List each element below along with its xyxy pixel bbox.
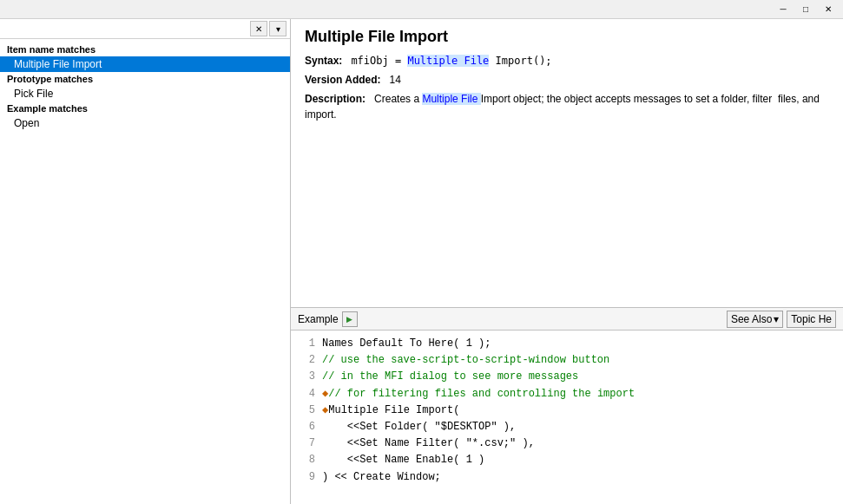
topic-he-button[interactable]: Topic He bbox=[787, 311, 836, 328]
example-bar: Example ▶ See Also ▾ Topic He bbox=[291, 308, 843, 331]
doc-area: Multiple File Import Syntax: mfiObj = Mu… bbox=[291, 19, 843, 308]
code-line-6: 6 <<Set Folder( "$DESKTOP" ), bbox=[294, 419, 840, 435]
code-area: 1 Names Default To Here( 1 ); 2 // use t… bbox=[291, 331, 843, 504]
left-panel: ✕ ▾ Item name matches Multiple File Impo… bbox=[0, 19, 291, 504]
see-also-dropdown-icon: ▾ bbox=[774, 313, 779, 325]
desc-label: Description: bbox=[305, 93, 366, 105]
section-item-name: Item name matches bbox=[0, 43, 290, 56]
title-bar: ─ □ ✕ bbox=[0, 0, 843, 19]
right-panel: Multiple File Import Syntax: mfiObj = Mu… bbox=[291, 19, 843, 504]
doc-title: Multiple File Import bbox=[305, 28, 829, 46]
example-run-button[interactable]: ▶ bbox=[342, 311, 358, 327]
example-label: Example bbox=[298, 313, 339, 325]
list-item-open[interactable]: Open bbox=[0, 115, 290, 131]
code-line-8: 8 <<Set Name Enable( 1 ) bbox=[294, 452, 840, 468]
syntax-suffix: Import(); bbox=[489, 55, 551, 67]
main-content: ✕ ▾ Item name matches Multiple File Impo… bbox=[0, 19, 843, 504]
close-panel-button[interactable]: ✕ bbox=[250, 21, 267, 36]
left-panel-content: Item name matches Multiple File Import P… bbox=[0, 39, 290, 504]
bullet-marker-4: ◆ bbox=[322, 386, 328, 403]
code-line-2: 2 // use the save-script-to-script-windo… bbox=[294, 352, 840, 369]
section-prototype: Prototype matches bbox=[0, 72, 290, 86]
code-line-9: 9 ) << Create Window; bbox=[294, 469, 840, 486]
list-item-multiple-file-import[interactable]: Multiple File Import bbox=[0, 56, 290, 72]
doc-desc-line: Description: Creates a Multiple File Imp… bbox=[305, 91, 829, 122]
doc-version-line: Version Added: 14 bbox=[305, 72, 829, 88]
code-line-7: 7 <<Set Name Filter( "*.csv;" ), bbox=[294, 435, 840, 452]
code-line-3: 3 // in the MFI dialog to see more messa… bbox=[294, 369, 840, 385]
see-also-label: See Also bbox=[731, 313, 772, 325]
dropdown-panel-button[interactable]: ▾ bbox=[269, 21, 286, 36]
bullet-marker-5: ◆ bbox=[322, 403, 328, 419]
desc-highlight: Multiple File bbox=[422, 93, 480, 105]
version-value: 14 bbox=[390, 74, 401, 86]
desc-text-pre: Creates a bbox=[374, 93, 422, 105]
doc-syntax-line: Syntax: mfiObj = Multiple File Import(); bbox=[305, 53, 829, 69]
see-also-button[interactable]: See Also ▾ bbox=[727, 311, 783, 328]
syntax-highlight: Multiple File bbox=[407, 55, 489, 67]
code-line-5: 5 ◆Multiple File Import( bbox=[294, 403, 840, 419]
section-example: Example matches bbox=[0, 101, 290, 115]
version-label: Version Added: bbox=[305, 74, 381, 86]
code-line-4: 4 ◆// for filtering files and controllin… bbox=[294, 386, 840, 403]
minimize-button[interactable]: ─ bbox=[772, 2, 794, 17]
restore-button[interactable]: □ bbox=[794, 2, 817, 17]
syntax-label: Syntax: bbox=[305, 55, 342, 67]
syntax-prefix: mfiObj = bbox=[351, 55, 407, 67]
close-button[interactable]: ✕ bbox=[817, 2, 840, 17]
left-panel-header: ✕ ▾ bbox=[0, 19, 290, 39]
list-item-pick-file[interactable]: Pick File bbox=[0, 86, 290, 101]
code-line-1: 1 Names Default To Here( 1 ); bbox=[294, 336, 840, 352]
